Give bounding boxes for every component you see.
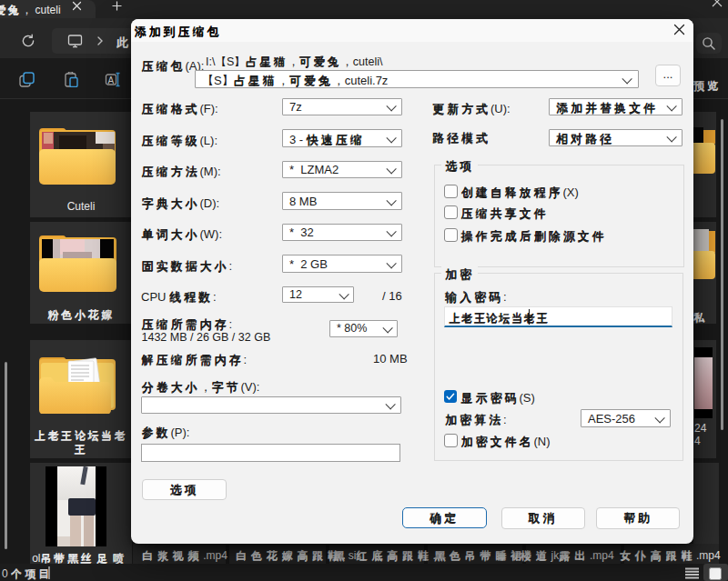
svg-text:A: A bbox=[108, 75, 115, 85]
